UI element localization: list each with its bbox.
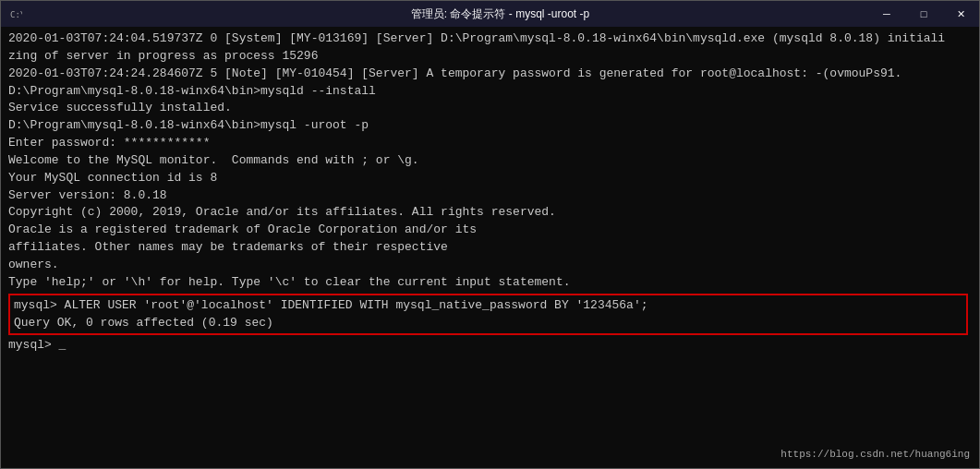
terminal-line: owners.: [8, 257, 972, 274]
titlebar: C:\ 管理员: 命令提示符 - mysql -uroot -p ─ □ ✕: [1, 1, 979, 27]
terminal-line: Oracle is a registered trademark of Orac…: [8, 222, 972, 239]
terminal-line: 2020-01-03T07:24:24.284607Z 5 [Note] [MY…: [8, 66, 972, 83]
terminal-line: D:\Program\mysql-8.0.18-winx64\bin>mysql…: [8, 117, 972, 135]
watermark: https://blog.csdn.net/huang6ing: [780, 448, 970, 463]
terminal-line: Service successfully installed.: [8, 100, 972, 117]
terminal-output: 2020-01-03T07:24:04.519737Z 0 [System] […: [1, 27, 979, 468]
terminal-line: Your MySQL connection id is 8: [8, 170, 972, 187]
terminal-line: Enter password: ************: [8, 135, 972, 152]
terminal-line: affiliates. Other names may be trademark…: [8, 239, 972, 257]
minimize-button[interactable]: ─: [868, 1, 905, 27]
terminal-line: Query OK, 0 rows affected (0.19 sec): [14, 315, 962, 332]
svg-text:C:\: C:\: [10, 10, 22, 19]
close-button[interactable]: ✕: [942, 1, 979, 27]
terminal-lines: 2020-01-03T07:24:04.519737Z 0 [System] […: [8, 30, 972, 355]
terminal-line: Type 'help;' or '\h' for help. Type '\c'…: [8, 274, 972, 292]
terminal-line: Server version: 8.0.18: [8, 187, 972, 205]
terminal-line: Welcome to the MySQL monitor. Commands e…: [8, 152, 972, 170]
terminal-line: mysql> _: [8, 337, 972, 355]
terminal-line: zing of server in progress as process 15…: [8, 48, 972, 66]
window-controls: ─ □ ✕: [868, 1, 979, 27]
terminal-line: Copyright (c) 2000, 2019, Oracle and/or …: [8, 204, 972, 222]
window-title: 管理员: 命令提示符 - mysql -uroot -p: [29, 6, 972, 22]
terminal-line: 2020-01-03T07:24:04.519737Z 0 [System] […: [8, 30, 972, 48]
cmd-icon: C:\: [8, 6, 23, 21]
window: C:\ 管理员: 命令提示符 - mysql -uroot -p ─ □ ✕ 2…: [0, 0, 980, 469]
maximize-button[interactable]: □: [905, 1, 942, 27]
terminal-line: D:\Program\mysql-8.0.18-winx64\bin>mysql…: [8, 83, 972, 101]
terminal-line: mysql> ALTER USER 'root'@'localhost' IDE…: [14, 297, 962, 315]
highlighted-command: mysql> ALTER USER 'root'@'localhost' IDE…: [8, 294, 968, 336]
